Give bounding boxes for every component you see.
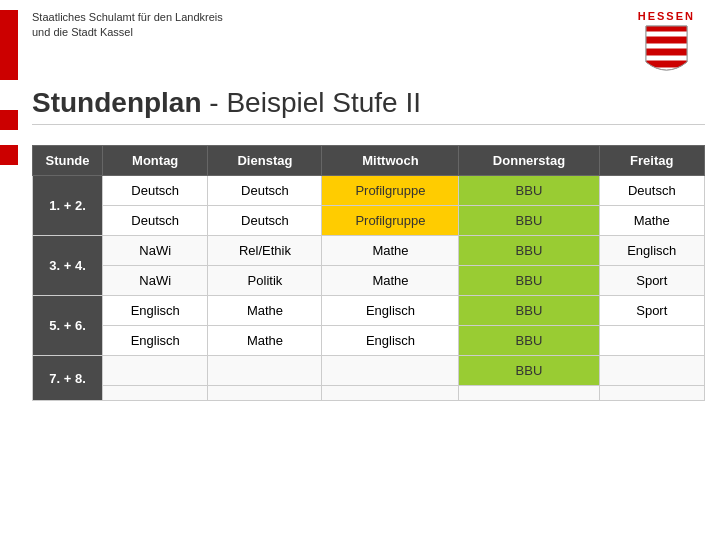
data-cell: Englisch [103,296,208,326]
data-cell: BBU [459,266,599,296]
sidebar-strip-3 [0,145,18,165]
data-cell: Rel/Ethik [208,236,322,266]
data-cell [459,386,599,401]
hessen-shield-icon [644,24,689,79]
col-header-mittwoch: Mittwoch [322,146,459,176]
data-cell: BBU [459,296,599,326]
table-body: 1. + 2.DeutschDeutschProfilgruppeBBUDeut… [33,176,705,401]
data-cell: BBU [459,326,599,356]
col-header-stunde: Stunde [33,146,103,176]
data-cell: BBU [459,176,599,206]
data-cell [322,356,459,386]
data-cell: Mathe [322,266,459,296]
header: Staatliches Schulamt für den Landkreis u… [32,10,705,79]
data-cell [103,356,208,386]
data-cell: Deutsch [208,176,322,206]
data-cell: Profilgruppe [322,206,459,236]
data-cell: Deutsch [103,176,208,206]
title-suffix: - Beispiel Stufe II [202,87,421,118]
stunde-cell: 5. + 6. [33,296,103,356]
data-cell: Englisch [322,326,459,356]
data-cell: Deutsch [599,176,704,206]
col-header-donnerstag: Donnerstag [459,146,599,176]
data-cell [599,386,704,401]
data-cell [208,356,322,386]
sidebar-strips [0,0,18,540]
data-cell: Englisch [103,326,208,356]
data-cell: BBU [459,206,599,236]
data-cell [599,326,704,356]
header-line1: Staatliches Schulamt für den Landkreis [32,10,223,25]
table-row: 3. + 4.NaWiRel/EthikMatheBBUEnglisch [33,236,705,266]
page-title: Stundenplan - Beispiel Stufe II [32,87,705,125]
table-row: 1. + 2.DeutschDeutschProfilgruppeBBUDeut… [33,176,705,206]
data-cell: NaWi [103,266,208,296]
stunde-cell: 1. + 2. [33,176,103,236]
data-cell [103,386,208,401]
data-cell: Englisch [599,236,704,266]
stunde-cell: 3. + 4. [33,236,103,296]
hessen-logo: HESSEN [638,10,695,79]
table-row: NaWiPolitikMatheBBUSport [33,266,705,296]
table-row: 7. + 8.BBU [33,356,705,386]
stunde-cell: 7. + 8. [33,356,103,401]
header-text: Staatliches Schulamt für den Landkreis u… [32,10,223,41]
data-cell: Mathe [208,326,322,356]
data-cell [599,356,704,386]
title-prefix: Stundenplan [32,87,202,118]
data-cell: Profilgruppe [322,176,459,206]
sidebar-strip-1 [0,10,18,80]
sidebar-strip-2 [0,110,18,130]
table-row [33,386,705,401]
data-cell: Sport [599,296,704,326]
data-cell [322,386,459,401]
table-row: 5. + 6.EnglischMatheEnglischBBUSport [33,296,705,326]
data-cell: Englisch [322,296,459,326]
schedule-table: Stunde Montag Dienstag Mittwoch Donnerst… [32,145,705,401]
col-header-montag: Montag [103,146,208,176]
data-cell: Deutsch [103,206,208,236]
data-cell: BBU [459,356,599,386]
table-row: EnglischMatheEnglischBBU [33,326,705,356]
data-cell: Mathe [208,296,322,326]
table-row: DeutschDeutschProfilgruppeBBUMathe [33,206,705,236]
header-line2: und die Stadt Kassel [32,25,223,40]
data-cell: BBU [459,236,599,266]
data-cell: Sport [599,266,704,296]
hessen-label: HESSEN [638,10,695,22]
data-cell: Mathe [322,236,459,266]
data-cell: Deutsch [208,206,322,236]
col-header-dienstag: Dienstag [208,146,322,176]
data-cell: Politik [208,266,322,296]
main-content: Staatliches Schulamt für den Landkreis u… [22,0,720,411]
data-cell [208,386,322,401]
table-header-row: Stunde Montag Dienstag Mittwoch Donnerst… [33,146,705,176]
data-cell: Mathe [599,206,704,236]
data-cell: NaWi [103,236,208,266]
col-header-freitag: Freitag [599,146,704,176]
